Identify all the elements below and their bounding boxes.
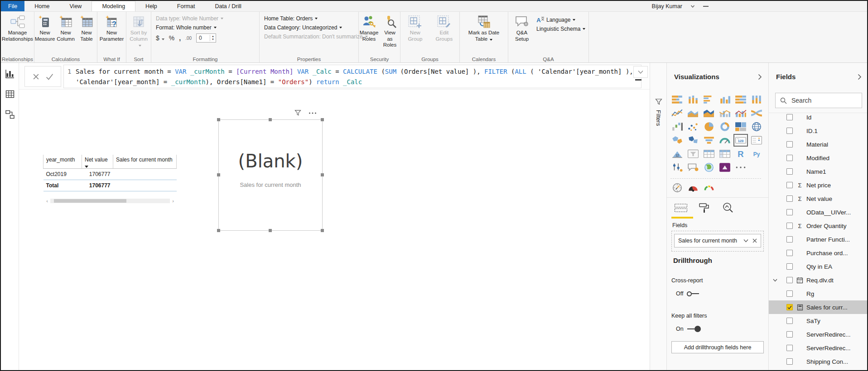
tab-format[interactable] [697,201,712,215]
field-item[interactable]: ID.1 [769,124,868,138]
scrollbar-thumb[interactable] [54,199,126,203]
decimal-places-stepper[interactable]: 0 ▲▼ [196,33,216,43]
linguistic-schema-dropdown[interactable]: Linguistic Schema [536,26,585,32]
ribbon-tab-data-drill[interactable]: Data / Drill [205,1,251,11]
custom-visual-clock-gauge-icon[interactable] [671,183,683,193]
field-checkbox[interactable] [786,128,793,134]
fields-well-drop-area[interactable]: Sales for current month [671,231,764,252]
stepper-up-icon[interactable]: ▲ [210,35,216,38]
table-visual[interactable]: year_monthNet valueSales for current mon… [43,155,177,191]
scroll-right-icon[interactable]: › [170,198,176,204]
field-item[interactable]: OData__UIVer... [769,205,868,219]
field-checkbox[interactable] [786,209,793,215]
account-user-name[interactable]: Bijay Kumar [652,3,682,10]
line-and-clustered-column-chart-icon[interactable] [735,108,747,118]
ribbon-tab-view[interactable]: View [60,1,92,11]
field-item[interactable]: Name1 [769,165,868,178]
stacked-column-chart-icon[interactable] [687,95,699,105]
ribbon-tab-help[interactable]: Help [135,1,167,11]
field-item[interactable]: ServerRedirec... [769,341,868,355]
funnel-chart-icon[interactable] [703,135,715,145]
ribbon-tab-file[interactable]: File [1,1,24,11]
ribbon-tab-format[interactable]: Format [167,1,205,11]
field-checkbox[interactable] [786,290,793,297]
field-item[interactable]: Sales for curr... [769,300,868,314]
commit-formula-icon[interactable] [46,73,53,80]
map-icon[interactable] [751,122,762,132]
field-item[interactable]: Material [769,138,868,151]
field-checkbox[interactable] [786,250,793,256]
new-measure-button[interactable]: New Measure [35,14,55,43]
hundred-percent-stacked-bar-chart-icon[interactable] [735,95,747,105]
field-checkbox[interactable] [786,318,793,324]
ribbon-chart-icon[interactable] [751,108,762,118]
column-header[interactable]: Net value [82,155,113,169]
donut-chart-icon[interactable] [719,122,731,132]
python-visual-icon[interactable]: Py [751,149,762,159]
data-view-button[interactable] [5,89,15,99]
field-item[interactable]: Req.dlv.dt [769,273,868,287]
table-icon[interactable] [703,149,715,159]
key-influencers-icon[interactable] [671,162,683,172]
default-summarization-dropdown[interactable]: Default Summarization: Don't summarize [264,33,354,40]
percent-format-button[interactable]: % [169,34,174,42]
ribbon-tab-home[interactable]: Home [24,1,59,11]
fields-search-input[interactable]: Search [775,93,862,108]
pill-chevron-down-icon[interactable] [743,239,748,243]
matrix-icon[interactable] [719,149,731,159]
more-options-icon[interactable] [735,162,747,172]
home-table-dropdown[interactable]: Home Table: Orders [264,15,354,22]
field-item[interactable]: Partner Functi... [769,233,868,246]
line-and-stacked-column-chart-icon[interactable] [719,108,731,118]
arcgis-map-icon[interactable] [703,162,715,172]
field-item[interactable]: ΣNet value [769,192,868,205]
selection-handle[interactable] [269,229,272,232]
waterfall-chart-icon[interactable] [671,122,683,132]
field-checkbox[interactable] [786,345,793,351]
selection-handle[interactable] [217,118,220,121]
mark-as-date-table-button[interactable]: Mark as Date Table [461,14,507,43]
clustered-bar-chart-icon[interactable] [703,95,715,105]
table-horizontal-scrollbar[interactable]: ‹ › [44,198,176,204]
visual-filter-icon[interactable] [294,109,301,116]
kpi-icon[interactable]: 12 [671,149,683,159]
slicer-icon[interactable] [687,149,699,159]
card-icon[interactable]: 123 [735,135,747,145]
field-item[interactable]: ΣOrder Quantity [769,219,868,233]
field-checkbox[interactable] [786,277,793,283]
data-type-dropdown[interactable]: Data type: Whole Number [156,15,255,22]
stepper-down-icon[interactable]: ▼ [210,38,216,41]
gauge-icon[interactable] [719,135,731,145]
more-options-icon[interactable] [309,112,317,114]
field-item[interactable]: Qty in EA [769,260,868,273]
filled-map-icon[interactable] [671,135,683,145]
field-item[interactable]: Purchase ord... [769,246,868,260]
format-dropdown[interactable]: Format: Whole number [156,24,255,31]
custom-visual-dial-gauge-icon[interactable] [687,183,699,193]
scroll-left-icon[interactable]: ‹ [44,198,50,204]
view-as-roles-button[interactable]: View as Roles [380,14,400,49]
selection-handle[interactable] [269,118,272,121]
field-checkbox[interactable] [786,168,793,175]
tab-analytics[interactable] [720,201,736,215]
new-column-button[interactable]: New Column [56,14,76,43]
manage-roles-button[interactable]: Manage Roles [359,14,379,43]
report-view-button[interactable] [5,69,15,79]
area-chart-icon[interactable] [687,108,699,118]
field-checkbox[interactable] [786,195,793,202]
thousands-separator-button[interactable]: , [179,34,181,42]
selection-handle[interactable] [321,229,324,232]
field-item[interactable]: SaTy [769,314,868,328]
filters-funnel-icon[interactable] [655,98,662,105]
power-apps-visual-icon[interactable] [719,162,731,172]
scrollbar-track[interactable] [50,199,170,203]
new-parameter-button[interactable]: ? New Parameter [98,14,125,43]
new-group-button[interactable]: New Group [401,14,429,43]
scatter-chart-icon[interactable] [687,122,699,132]
field-checkbox[interactable] [786,236,793,243]
hundred-percent-stacked-column-chart-icon[interactable] [751,95,762,105]
tab-fields-well[interactable] [673,201,689,215]
table-row[interactable]: Oct20191706777 [43,169,177,180]
filters-pane-collapsed[interactable]: Filters [650,63,667,370]
dax-formula-input[interactable]: 1 Sales for current month = VAR _curMont… [63,65,641,88]
